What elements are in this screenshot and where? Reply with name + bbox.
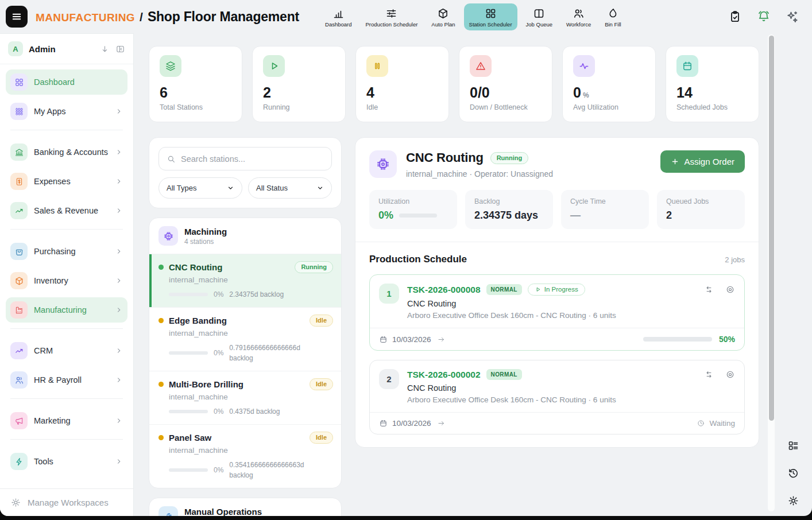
sidebar-item-my-apps[interactable]: My Apps (6, 99, 127, 124)
job-card-tsk-2026-000002[interactable]: 2 TSK-2026-000002 NORMAL (369, 360, 745, 434)
vertical-scrollbar[interactable] (768, 34, 775, 511)
gear-icon (10, 497, 21, 508)
sidebar-item-dashboard[interactable]: Dashboard (6, 69, 127, 95)
breadcrumb: MANUFACTURING / Shop Floor Management (36, 9, 299, 25)
scrollbar-thumb[interactable] (769, 36, 774, 421)
nav-item-production-scheduler[interactable]: Production Scheduler (361, 3, 423, 30)
search-icon (167, 154, 176, 164)
station-row-cnc-routing[interactable]: CNC Routing Running internal_machine 0% … (149, 254, 341, 307)
notifications-button[interactable] (757, 10, 771, 24)
lightning-icon (10, 453, 28, 470)
apps-grid-icon (10, 103, 28, 120)
chevron-right-icon (115, 347, 123, 355)
job-due-date: 10/03/2026 (392, 419, 431, 428)
quick-access-rail (787, 440, 799, 507)
clock-icon (697, 419, 705, 428)
cube-icon (10, 272, 28, 289)
job-description: Arboro Executive Office Desk 160cm - CNC… (407, 395, 735, 404)
sidebar-item-inventory[interactable]: Inventory (6, 268, 127, 293)
station-detail-card: CNC Routing Running internal_machine · O… (355, 137, 759, 448)
group-header-machining[interactable]: Machining 4 stations (149, 218, 341, 254)
sidebar-divider (10, 398, 123, 399)
tasks-clipboard-button[interactable] (728, 10, 742, 24)
nav-item-auto-plan[interactable]: Auto Plan (426, 3, 460, 30)
station-search (158, 147, 332, 170)
chevron-down-icon (227, 184, 234, 192)
station-type: internal_machine (169, 275, 333, 284)
stat-value: 14 (676, 84, 748, 101)
chevron-right-icon (115, 207, 123, 215)
type-filter-select[interactable]: All Types (158, 177, 242, 199)
stat-value: 6 (160, 84, 231, 101)
settings-gear-icon[interactable] (787, 495, 799, 507)
view-icon[interactable] (725, 370, 735, 379)
job-id-link[interactable]: TSK-2026-000008 (407, 285, 481, 295)
sidebar-item-expenses[interactable]: Expenses (6, 169, 127, 194)
status-filter-select[interactable]: All Status (248, 177, 332, 199)
stat-card-total-stations: 6 Total Stations (149, 46, 242, 122)
status-badge: Idle (310, 315, 333, 327)
reassign-icon[interactable] (704, 285, 714, 294)
view-icon[interactable] (725, 285, 735, 294)
forms-list-icon[interactable] (787, 440, 799, 452)
station-filters-card: All Types All Status (149, 137, 342, 208)
status-dot (158, 435, 164, 440)
sidebar-item-marketing[interactable]: Marketing (6, 408, 127, 433)
sidebar-item-tools[interactable]: Tools (6, 449, 127, 474)
ai-assistant-button[interactable] (786, 10, 799, 24)
sidebar-divider (10, 439, 123, 440)
group-header-manual-operations[interactable]: Manual Operations 2 stations (149, 498, 341, 516)
job-card-tsk-2026-000008[interactable]: 1 TSK-2026-000008 NORMAL In Progress (369, 274, 745, 351)
backlog-text: 2.34375d backlog (229, 289, 284, 300)
stat-label: Idle (366, 103, 438, 111)
droplet-icon (607, 7, 619, 20)
manage-workspaces-button[interactable]: Manage Workspaces (0, 488, 133, 516)
station-status-badge: Running (490, 152, 529, 164)
chevron-right-icon (115, 148, 123, 156)
history-icon[interactable] (787, 467, 799, 479)
nav-item-bin-fill[interactable]: Bin Fill (600, 3, 627, 30)
metric-backlog: Backlog 2.34375 days (465, 190, 553, 229)
arrow-down-icon[interactable] (100, 44, 110, 54)
stat-value: 2 (263, 84, 335, 101)
nav-item-job-queue[interactable]: Job Queue (521, 3, 558, 30)
stat-card-idle: 4 Idle (355, 46, 449, 122)
station-row-edge-banding[interactable]: Edge Banding Idle internal_machine 0% 0.… (149, 307, 341, 371)
collapse-sidebar-icon[interactable] (115, 44, 125, 54)
nav-item-dashboard[interactable]: Dashboard (320, 3, 357, 30)
sidebar-item-purchasing[interactable]: Purchasing (6, 239, 127, 264)
sidebar-item-manufacturing[interactable]: Manufacturing (6, 297, 127, 323)
play-icon (535, 286, 541, 293)
nav-item-workforce[interactable]: Workforce (561, 3, 596, 30)
station-name: Edge Banding (169, 316, 304, 325)
top-bar: MANUFACTURING / Shop Floor Management Da… (0, 0, 812, 33)
sidebar-item-crm[interactable]: CRM (6, 338, 127, 363)
status-badge: Idle (310, 378, 333, 390)
sidebar-divider (10, 130, 123, 130)
metric-queued-jobs: Queued Jobs 2 (657, 190, 745, 229)
stat-label: Total Stations (160, 103, 231, 111)
chip-icon (369, 150, 397, 178)
workspace-header[interactable]: A Admin (0, 34, 133, 64)
brand-text: MANUFACTURING (36, 11, 135, 24)
sliders-icon (385, 7, 397, 20)
job-operation: CNC Routing (407, 299, 735, 308)
chevron-right-icon (115, 107, 123, 115)
status-badge: Idle (310, 432, 333, 444)
station-row-panel-saw[interactable]: Panel Saw Idle internal_machine 0% 0.354… (149, 424, 341, 488)
job-operation: CNC Routing (407, 383, 735, 393)
priority-badge: NORMAL (486, 369, 522, 380)
sidebar-item-sales-revenue[interactable]: Sales & Revenue (6, 198, 127, 223)
cycle-time-value: — (570, 209, 640, 222)
job-id-link[interactable]: TSK-2026-000002 (407, 370, 481, 380)
station-row-multi-bore-drilling[interactable]: Multi-Bore Drilling Idle internal_machin… (149, 371, 341, 424)
reassign-icon[interactable] (704, 370, 714, 379)
sidebar-divider (10, 229, 123, 230)
search-input[interactable] (181, 154, 324, 164)
nav-item-station-scheduler[interactable]: Station Scheduler (464, 3, 517, 30)
bell-icon (757, 10, 771, 24)
assign-order-button[interactable]: Assign Order (660, 150, 745, 173)
sidebar-item-banking-accounts[interactable]: Banking & Accounts (6, 139, 127, 165)
hamburger-menu-button[interactable] (6, 6, 28, 28)
sidebar-item-hr-payroll[interactable]: HR & Payroll (6, 367, 127, 393)
